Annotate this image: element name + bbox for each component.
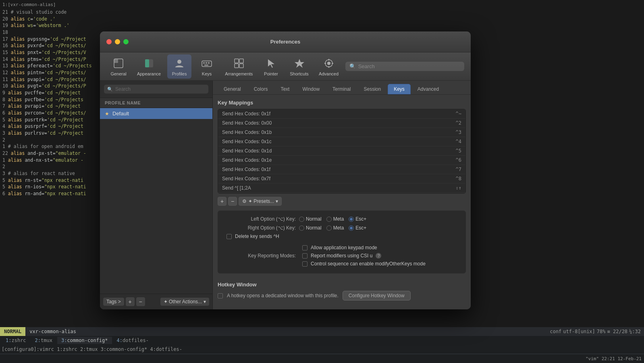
toolbar-general[interactable]: General xyxy=(106,54,131,79)
svg-point-4 xyxy=(177,60,181,64)
tab-terminal[interactable]: Terminal xyxy=(326,84,357,94)
toolbar-profiles[interactable]: Profiles xyxy=(167,54,191,79)
sidebar-footer: Tags > + − ✦ Other Actions... ▾ xyxy=(100,294,212,309)
toolbar-pointer[interactable]: Pointer xyxy=(259,54,283,79)
key-row-0[interactable]: Send Hex Codes: 0x1f ^∼ xyxy=(218,109,465,119)
profiles-icon xyxy=(173,57,186,70)
toolbar-pointer-label: Pointer xyxy=(264,71,278,76)
key-row-7[interactable]: Send Hex Codes: 0x7f ^8 xyxy=(218,174,465,184)
allow-keypad-checkbox[interactable] xyxy=(302,245,307,250)
key-shortcut-5: ^6 xyxy=(456,157,461,163)
key-row-4[interactable]: Send Hex Codes: 0x1d ^5 xyxy=(218,146,465,156)
svg-marker-14 xyxy=(295,59,304,68)
key-action-7: Send Hex Codes: 0x7f xyxy=(222,176,270,182)
profile-sidebar: 🔍 Profile Name ★ Default Tags > + − xyxy=(100,81,213,309)
option-keys-section: Left Option (⌥) Key: Normal Meta xyxy=(218,211,466,273)
svg-point-15 xyxy=(327,62,330,65)
profile-list: ★ Default xyxy=(100,108,212,294)
toolbar-shortcuts[interactable]: Shortcuts xyxy=(287,54,312,79)
preferences-window: Preferences General xyxy=(100,31,471,309)
keys-content: Key Mappings Send Hex Codes: 0x1f ^∼ Sen… xyxy=(213,95,471,309)
close-button[interactable] xyxy=(106,39,112,44)
key-row-9[interactable]: Send ^[ [1;5A ^↑ xyxy=(218,193,465,194)
tab-colors[interactable]: Colors xyxy=(248,84,274,94)
tags-button[interactable]: Tags > xyxy=(103,298,124,306)
left-option-meta-radio xyxy=(326,217,332,222)
report-modifiers-checkbox[interactable] xyxy=(302,253,307,259)
left-option-meta[interactable]: Meta xyxy=(326,216,344,222)
key-reporting-row: Key Reporting Modes: Allow application k… xyxy=(223,242,460,269)
sidebar-search-input[interactable] xyxy=(115,86,205,92)
presets-dropdown[interactable]: ⚙ ✦ Presets... ▾ xyxy=(239,197,282,206)
svg-rect-3 xyxy=(145,59,149,67)
tab-general[interactable]: General xyxy=(218,84,247,94)
toolbar-arrangements[interactable]: Arrangements xyxy=(222,54,256,79)
remove-mapping-button[interactable]: − xyxy=(228,197,237,206)
tab-session[interactable]: Session xyxy=(357,84,387,94)
right-option-escplus-radio xyxy=(349,225,354,231)
left-option-escplus-label: Esc+ xyxy=(355,216,366,222)
other-actions-button[interactable]: ✦ Other Actions... ▾ xyxy=(160,298,209,306)
tab-advanced[interactable]: Advanced xyxy=(411,84,445,94)
presets-chevron-icon: ▾ xyxy=(276,198,278,204)
remove-profile-button[interactable]: − xyxy=(136,297,145,306)
delete-key-row: Delete key sends ^H xyxy=(226,232,460,240)
key-shortcut-1: ^2 xyxy=(456,120,461,126)
content-area: 🔍 Profile Name ★ Default Tags > + − xyxy=(100,81,471,309)
toolbar-profiles-label: Profiles xyxy=(172,71,187,76)
tab-window[interactable]: Window xyxy=(296,84,326,94)
key-shortcut-6: ^7 xyxy=(456,167,461,172)
left-option-radio-group: Normal Meta Esc+ xyxy=(299,216,366,222)
key-reporting-options: Allow application keypad mode Report mod… xyxy=(299,244,426,268)
right-option-normal[interactable]: Normal xyxy=(299,225,322,231)
key-action-3: Send Hex Codes: 0x1c xyxy=(222,139,272,144)
delete-key-checkbox[interactable] xyxy=(226,234,232,239)
minimize-button[interactable] xyxy=(115,39,120,44)
right-option-meta-radio xyxy=(326,225,332,231)
svg-rect-12 xyxy=(235,64,239,68)
add-mapping-button[interactable]: + xyxy=(218,197,226,206)
key-shortcut-3: ^4 xyxy=(456,139,461,144)
tab-text[interactable]: Text xyxy=(274,84,295,94)
chevron-down-icon: ▾ xyxy=(204,299,206,305)
key-row-1[interactable]: Send Hex Codes: 0x00 ^2 xyxy=(218,119,465,128)
hotkey-checkbox[interactable] xyxy=(218,293,223,298)
toolbar-arrangements-label: Arrangements xyxy=(225,71,253,76)
right-option-escplus[interactable]: Esc+ xyxy=(349,225,366,231)
allow-keypad-row: Allow application keypad mode xyxy=(302,244,426,252)
toolbar-appearance[interactable]: Appearance xyxy=(134,54,164,79)
tab-keys[interactable]: Keys xyxy=(388,84,411,94)
key-row-3[interactable]: Send Hex Codes: 0x1c ^4 xyxy=(218,137,465,146)
maximize-button[interactable] xyxy=(123,39,129,44)
toolbar-keys-label: Keys xyxy=(202,71,212,76)
key-row-2[interactable]: Send Hex Codes: 0x1b ^3 xyxy=(218,128,465,137)
right-option-radio-group: Normal Meta Esc+ xyxy=(299,225,366,231)
modal-overlay: Preferences General xyxy=(0,0,644,363)
toolbar-advanced-label: Advanced xyxy=(319,71,339,76)
svg-rect-6 xyxy=(203,62,205,64)
hotkey-window-section: Hotkey Window A hotkey opens a dedicated… xyxy=(218,277,466,305)
key-row-5[interactable]: Send Hex Codes: 0x1e ^6 xyxy=(218,156,465,165)
left-option-escplus[interactable]: Esc+ xyxy=(349,216,366,222)
configure-hotkey-button[interactable]: Configure Hotkey Window xyxy=(343,291,411,300)
right-option-meta[interactable]: Meta xyxy=(326,225,344,231)
search-input[interactable] xyxy=(358,63,460,69)
other-actions-label: ✦ Other Actions... xyxy=(164,299,202,305)
report-modifiers-label: Report modifiers using CSI u xyxy=(311,253,372,259)
key-row-8[interactable]: Send ^[ [1;2A ⇧↑ xyxy=(218,184,465,193)
help-icon[interactable]: ? xyxy=(376,253,381,259)
toolbar-keys[interactable]: Keys xyxy=(195,54,219,79)
right-option-meta-label: Meta xyxy=(333,225,344,231)
right-option-row: Right Option (⌥) Key: Normal Meta xyxy=(223,223,460,232)
toolbar-general-label: General xyxy=(110,71,126,76)
control-seq-row: Control sequence can enable modifyOtherK… xyxy=(302,260,426,268)
appearance-icon xyxy=(143,57,156,70)
control-seq-checkbox[interactable] xyxy=(302,261,307,267)
profile-item-default[interactable]: ★ Default xyxy=(100,108,212,119)
left-option-normal[interactable]: Normal xyxy=(299,216,322,222)
hotkey-checkbox-label: A hotkey opens a dedicated window with t… xyxy=(227,293,339,298)
add-profile-button[interactable]: + xyxy=(126,297,135,306)
toolbar-advanced[interactable]: Advanced xyxy=(316,54,342,79)
svg-rect-9 xyxy=(204,65,208,66)
key-row-6[interactable]: Send Hex Codes: 0x1f ^7 xyxy=(218,165,465,174)
